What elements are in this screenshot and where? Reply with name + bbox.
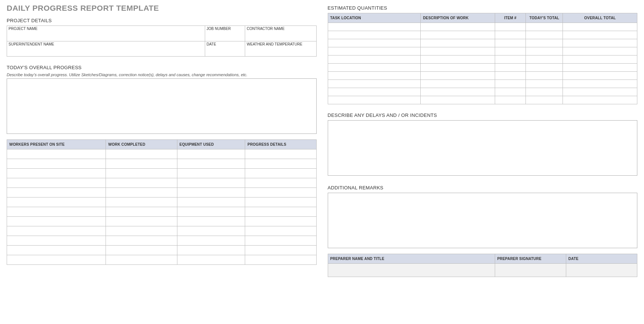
table-cell[interactable] xyxy=(106,207,177,217)
table-cell[interactable] xyxy=(245,217,316,226)
table-cell[interactable] xyxy=(563,88,637,96)
table-cell[interactable] xyxy=(526,23,563,31)
table-cell[interactable] xyxy=(177,207,245,217)
input-project-name[interactable] xyxy=(7,31,205,41)
remarks-textarea[interactable] xyxy=(328,193,638,248)
table-cell[interactable] xyxy=(328,55,421,64)
input-date[interactable] xyxy=(205,46,245,57)
delays-textarea[interactable] xyxy=(328,120,638,176)
table-cell[interactable] xyxy=(421,72,495,80)
table-cell[interactable] xyxy=(563,64,637,72)
table-cell[interactable] xyxy=(106,255,177,265)
table-cell[interactable] xyxy=(7,198,106,207)
table-cell[interactable] xyxy=(245,236,316,246)
table-cell[interactable] xyxy=(7,159,106,169)
table-cell[interactable] xyxy=(7,236,106,246)
table-cell[interactable] xyxy=(7,178,106,188)
table-cell[interactable] xyxy=(328,31,421,39)
table-cell[interactable] xyxy=(421,88,495,96)
table-cell[interactable] xyxy=(328,88,421,96)
table-cell[interactable] xyxy=(421,31,495,39)
table-cell[interactable] xyxy=(526,96,563,104)
table-cell[interactable] xyxy=(421,64,495,72)
table-cell[interactable] xyxy=(177,226,245,236)
table-cell[interactable] xyxy=(7,226,106,236)
table-cell[interactable] xyxy=(106,226,177,236)
table-cell[interactable] xyxy=(495,96,526,104)
table-cell[interactable] xyxy=(106,159,177,169)
table-cell[interactable] xyxy=(106,236,177,246)
table-cell[interactable] xyxy=(495,80,526,88)
table-cell[interactable] xyxy=(526,80,563,88)
table-cell[interactable] xyxy=(421,55,495,64)
table-cell[interactable] xyxy=(563,31,637,39)
table-cell[interactable] xyxy=(177,159,245,169)
table-cell[interactable] xyxy=(177,246,245,255)
table-cell[interactable] xyxy=(328,39,421,47)
table-cell[interactable] xyxy=(177,149,245,159)
table-cell[interactable] xyxy=(328,64,421,72)
table-cell[interactable] xyxy=(563,47,637,55)
table-cell[interactable] xyxy=(245,188,316,198)
table-cell[interactable] xyxy=(495,23,526,31)
table-cell[interactable] xyxy=(177,169,245,178)
table-cell[interactable] xyxy=(495,64,526,72)
table-cell[interactable] xyxy=(106,169,177,178)
table-cell[interactable] xyxy=(563,39,637,47)
table-cell[interactable] xyxy=(106,198,177,207)
overall-progress-textarea[interactable] xyxy=(7,78,317,134)
table-cell[interactable] xyxy=(177,198,245,207)
input-preparer-name[interactable] xyxy=(328,264,495,277)
input-weather[interactable] xyxy=(245,46,316,57)
table-cell[interactable] xyxy=(526,39,563,47)
table-cell[interactable] xyxy=(106,178,177,188)
table-cell[interactable] xyxy=(177,217,245,226)
table-cell[interactable] xyxy=(7,246,106,255)
table-cell[interactable] xyxy=(421,96,495,104)
table-cell[interactable] xyxy=(526,72,563,80)
table-cell[interactable] xyxy=(328,23,421,31)
table-cell[interactable] xyxy=(106,217,177,226)
table-cell[interactable] xyxy=(328,47,421,55)
input-job-number[interactable] xyxy=(205,31,245,41)
table-cell[interactable] xyxy=(495,31,526,39)
table-cell[interactable] xyxy=(245,226,316,236)
table-cell[interactable] xyxy=(563,55,637,64)
input-superintendent[interactable] xyxy=(7,46,205,57)
table-cell[interactable] xyxy=(495,88,526,96)
input-contractor-name[interactable] xyxy=(245,31,316,41)
table-cell[interactable] xyxy=(106,188,177,198)
table-cell[interactable] xyxy=(7,255,106,265)
table-cell[interactable] xyxy=(7,207,106,217)
table-cell[interactable] xyxy=(526,47,563,55)
table-cell[interactable] xyxy=(421,80,495,88)
table-cell[interactable] xyxy=(526,88,563,96)
table-cell[interactable] xyxy=(495,72,526,80)
table-cell[interactable] xyxy=(563,96,637,104)
table-cell[interactable] xyxy=(177,188,245,198)
table-cell[interactable] xyxy=(421,23,495,31)
table-cell[interactable] xyxy=(526,64,563,72)
table-cell[interactable] xyxy=(328,96,421,104)
table-cell[interactable] xyxy=(245,255,316,265)
table-cell[interactable] xyxy=(328,80,421,88)
table-cell[interactable] xyxy=(7,169,106,178)
table-cell[interactable] xyxy=(495,55,526,64)
table-cell[interactable] xyxy=(245,159,316,169)
table-cell[interactable] xyxy=(328,72,421,80)
table-cell[interactable] xyxy=(245,169,316,178)
table-cell[interactable] xyxy=(245,207,316,217)
table-cell[interactable] xyxy=(421,39,495,47)
table-cell[interactable] xyxy=(106,246,177,255)
input-preparer-signature[interactable] xyxy=(495,264,566,277)
table-cell[interactable] xyxy=(7,149,106,159)
table-cell[interactable] xyxy=(495,39,526,47)
table-cell[interactable] xyxy=(177,255,245,265)
table-cell[interactable] xyxy=(526,55,563,64)
table-cell[interactable] xyxy=(106,149,177,159)
table-cell[interactable] xyxy=(7,188,106,198)
table-cell[interactable] xyxy=(177,178,245,188)
table-cell[interactable] xyxy=(245,246,316,255)
table-cell[interactable] xyxy=(245,178,316,188)
table-cell[interactable] xyxy=(421,47,495,55)
